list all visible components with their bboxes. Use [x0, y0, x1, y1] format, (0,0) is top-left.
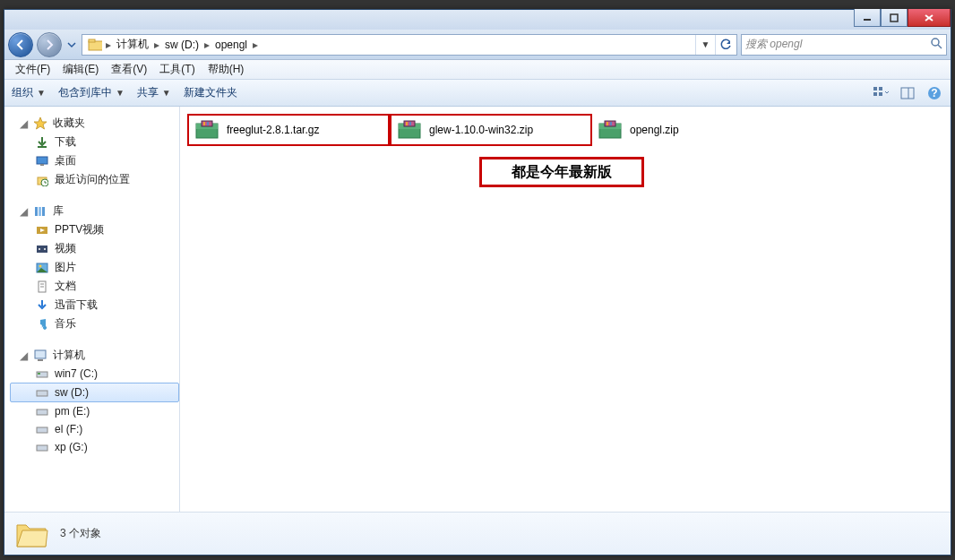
file-item[interactable]: glew-1.10.0-win32.zip — [390, 114, 592, 146]
sidebar-item-drive-g[interactable]: xp (G:) — [10, 438, 179, 456]
search-icon — [930, 37, 942, 52]
menu-tools[interactable]: 工具(T) — [154, 60, 200, 79]
svg-rect-46 — [207, 122, 209, 125]
star-icon — [33, 116, 47, 131]
sidebar-label: pm (E:) — [55, 405, 90, 418]
minimize-button[interactable] — [854, 9, 881, 27]
include-in-library-button[interactable]: 包含到库中 ▼ — [58, 85, 125, 100]
music-icon — [35, 317, 49, 332]
file-name: freeglut-2.8.1.tar.gz — [227, 124, 319, 136]
video-icon — [35, 242, 49, 256]
menu-help[interactable]: 帮助(H) — [202, 60, 250, 79]
drive-icon — [35, 422, 49, 436]
folder-icon — [13, 516, 49, 552]
svg-rect-52 — [409, 122, 411, 125]
organize-button[interactable]: 组织 ▼ — [12, 85, 46, 100]
libraries-label: 库 — [53, 203, 64, 219]
sidebar-label: 下载 — [55, 134, 76, 150]
close-button[interactable] — [908, 9, 951, 27]
archive-icon — [397, 120, 422, 140]
toolbar: 组织 ▼ 包含到库中 ▼ 共享 ▼ 新建文件夹 ? — [4, 80, 951, 107]
sidebar-item-drive-d[interactable]: sw (D:) — [10, 383, 179, 402]
sidebar-label: xp (G:) — [55, 441, 88, 453]
navbar: ▸ 计算机 ▸ sw (D:) ▸ opengl ▸ ▼ 搜索 opengl — [4, 30, 951, 60]
file-item[interactable]: opengl.zip — [592, 114, 795, 146]
titlebar — [4, 10, 951, 30]
window-controls — [854, 9, 951, 27]
svg-rect-38 — [37, 409, 47, 415]
sidebar-item-desktop[interactable]: 桌面 — [10, 151, 179, 170]
new-folder-button[interactable]: 新建文件夹 — [184, 85, 237, 100]
breadcrumb-drive[interactable]: sw (D:) — [159, 39, 204, 51]
back-button[interactable] — [8, 32, 33, 57]
svg-text:?: ? — [931, 87, 937, 99]
sidebar-item-recent[interactable]: 最近访问的位置 — [10, 170, 179, 189]
svg-rect-22 — [39, 207, 41, 216]
sidebar-item-drive-e[interactable]: pm (E:) — [10, 402, 179, 420]
menubar: 文件(F) 编辑(E) 查看(V) 工具(T) 帮助(H) — [4, 60, 951, 80]
collapse-icon[interactable]: ◢ — [19, 117, 28, 130]
breadcrumb-computer[interactable]: 计算机 — [111, 37, 154, 52]
sidebar-item-downloads[interactable]: 下载 — [10, 133, 179, 151]
svg-rect-36 — [38, 373, 40, 375]
sidebar-item-drive-f[interactable]: el (F:) — [10, 420, 179, 438]
sidebar-item-music[interactable]: 音乐 — [10, 314, 179, 333]
details-count: 3 个对象 — [60, 526, 101, 541]
sidebar-label: 文档 — [55, 279, 76, 294]
sidebar-item-videos[interactable]: 视频 — [10, 239, 179, 258]
svg-rect-21 — [35, 207, 38, 216]
archive-icon — [194, 120, 219, 140]
share-button[interactable]: 共享 ▼ — [137, 85, 171, 100]
picture-icon — [35, 261, 49, 275]
favorites-header[interactable]: ◢ 收藏夹 — [10, 114, 179, 133]
file-name: opengl.zip — [630, 124, 679, 136]
libraries-group: ◢ 库 PPTV视频 视频 图片 文档 迅雷下载 音乐 — [10, 202, 179, 333]
view-mode-button[interactable] — [872, 84, 890, 102]
drive-icon — [35, 366, 49, 381]
file-pane[interactable]: freeglut-2.8.1.tar.gz glew-1.10.0-win32.… — [180, 107, 951, 512]
forward-button[interactable] — [37, 32, 62, 57]
refresh-button[interactable] — [715, 35, 735, 55]
libraries-header[interactable]: ◢ 库 — [10, 202, 179, 220]
sidebar-item-documents[interactable]: 文档 — [10, 277, 179, 296]
recent-icon — [35, 173, 49, 187]
sidebar-label: el (F:) — [55, 423, 82, 435]
address-dropdown[interactable]: ▼ — [695, 35, 715, 55]
collapse-icon[interactable]: ◢ — [19, 205, 28, 218]
sidebar-label: 桌面 — [55, 153, 76, 168]
computer-header[interactable]: ◢ 计算机 — [10, 346, 179, 365]
sidebar-item-pictures[interactable]: 图片 — [10, 258, 179, 277]
computer-group: ◢ 计算机 win7 (C:) sw (D:) pm (E:) el (F:) … — [10, 346, 179, 456]
chevron-right-icon[interactable]: ▸ — [253, 39, 258, 51]
search-input[interactable]: 搜索 opengl — [741, 34, 947, 56]
breadcrumb-folder[interactable]: opengl — [210, 39, 253, 51]
folder-icon — [88, 38, 102, 52]
file-item[interactable]: freeglut-2.8.1.tar.gz — [187, 114, 390, 146]
details-pane: 3 个对象 — [4, 512, 951, 555]
sidebar-item-pptv[interactable]: PPTV视频 — [10, 220, 179, 239]
sidebar-item-drive-c[interactable]: win7 (C:) — [10, 365, 179, 383]
explorer-window: ▸ 计算机 ▸ sw (D:) ▸ opengl ▸ ▼ 搜索 opengl 文… — [4, 9, 951, 556]
svg-point-6 — [932, 39, 939, 46]
svg-rect-8 — [873, 87, 877, 90]
sidebar-label: sw (D:) — [55, 386, 89, 399]
sidebar[interactable]: ◢ 收藏夹 下载 桌面 最近访问的位置 — [4, 107, 180, 512]
archive-icon — [598, 120, 623, 140]
collapse-icon[interactable]: ◢ — [19, 349, 28, 362]
sidebar-label: 音乐 — [55, 316, 76, 332]
history-dropdown[interactable] — [65, 40, 78, 49]
maximize-button[interactable] — [881, 9, 908, 27]
svg-rect-18 — [40, 164, 44, 166]
address-bar[interactable]: ▸ 计算机 ▸ sw (D:) ▸ opengl ▸ ▼ — [82, 34, 737, 56]
computer-icon — [33, 349, 47, 363]
menu-edit[interactable]: 编辑(E) — [57, 60, 104, 79]
sidebar-item-xunlei[interactable]: 迅雷下载 — [10, 296, 179, 314]
menu-view[interactable]: 查看(V) — [106, 60, 152, 79]
svg-rect-25 — [37, 246, 47, 253]
help-button[interactable]: ? — [925, 84, 943, 102]
menu-file[interactable]: 文件(F) — [10, 60, 56, 79]
svg-point-27 — [44, 248, 46, 250]
drive-icon — [35, 440, 49, 454]
sidebar-label: 图片 — [55, 260, 76, 275]
preview-pane-button[interactable] — [899, 84, 916, 102]
